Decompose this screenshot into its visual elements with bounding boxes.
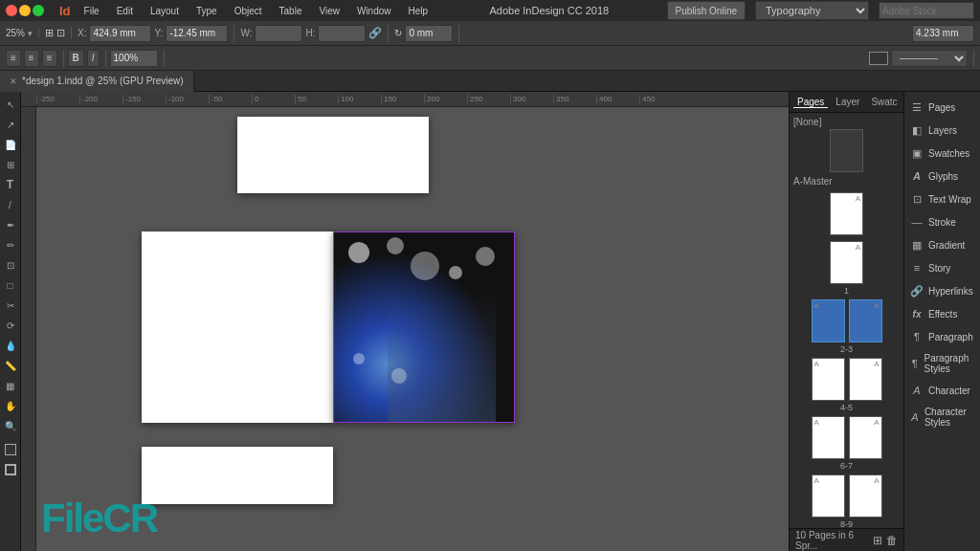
y-label: Y:	[154, 28, 163, 38]
panel-item-paragraph-styles[interactable]: ¶ Paragraph Styles	[904, 348, 980, 379]
page-thumb-5[interactable]: A	[849, 358, 882, 401]
panel-item-paragraph[interactable]: ¶ Paragraph	[904, 325, 980, 348]
page-thumb-2[interactable]: A	[812, 299, 845, 342]
panel-item-text-wrap[interactable]: ⊡ Text Wrap	[904, 187, 980, 210]
ruler-marks: -250 -200 -150 -100 -50 0 50 100 150 200…	[36, 95, 682, 103]
stroke-color-btn[interactable]	[2, 461, 19, 478]
menu-help[interactable]: Help	[405, 6, 433, 16]
eyedropper-tool[interactable]: 💧	[2, 337, 19, 354]
stroke-color[interactable]	[869, 52, 888, 65]
zoom-tool-btn[interactable]: 🔍	[2, 417, 19, 434]
pages-panel-content[interactable]: [None] A-Master A A 1	[790, 113, 903, 528]
size-input[interactable]	[912, 25, 974, 42]
tab-swatc[interactable]: Swatc	[867, 97, 901, 107]
zoom-dropdown-icon[interactable]: ▾	[28, 29, 33, 38]
menu-file[interactable]: File	[80, 6, 103, 16]
rect-frame-tool[interactable]: ⊡	[2, 256, 19, 274]
menu-view[interactable]: View	[315, 6, 344, 16]
page-thumb-row-2-3[interactable]: A A	[793, 299, 900, 342]
page-thumb-1[interactable]: A	[830, 241, 863, 284]
italic-btn[interactable]: I	[87, 50, 100, 67]
panel-item-character[interactable]: A Character	[904, 379, 980, 402]
delete-page-icon[interactable]: 🗑	[886, 534, 898, 547]
free-transform-tool[interactable]: ⟳	[2, 317, 19, 334]
panel-item-hyperlinks[interactable]: 🔗 Hyperlinks	[904, 279, 980, 302]
character-label: Character	[928, 386, 970, 396]
w-input[interactable]	[255, 25, 302, 42]
app-title: Adobe InDesign CC 2018	[489, 5, 609, 16]
menu-object[interactable]: Object	[231, 6, 266, 16]
gradient-icon: ▦	[910, 238, 924, 252]
page-thumb-3[interactable]: A	[849, 299, 882, 342]
line-tool[interactable]: /	[2, 196, 19, 213]
page-thumb-row-6-7[interactable]: A A	[793, 416, 900, 459]
page-label-6-7: 6-7	[793, 461, 900, 471]
tab-layer[interactable]: Layer	[832, 97, 863, 107]
x-input[interactable]: 424.9 mm	[89, 25, 151, 42]
stroke-group: ————	[869, 50, 974, 67]
close-icon[interactable]: ✕	[10, 77, 17, 86]
align-left-btn[interactable]: ≡	[6, 50, 21, 67]
stroke-style[interactable]: ————	[891, 50, 968, 67]
pen-tool[interactable]: ✒	[2, 216, 19, 233]
panel-item-swatches[interactable]: ▣ Swatches	[904, 142, 980, 165]
canvas-content[interactable]: FileCR	[36, 107, 789, 551]
panel-item-story[interactable]: ≡ Story	[904, 256, 980, 279]
pages-panel-header: Pages Layer Swatc ≫ ☰	[790, 92, 903, 113]
new-page-icon[interactable]: ⊞	[873, 534, 882, 547]
panel-item-character-styles[interactable]: A Character Styles	[904, 402, 980, 432]
page-thumb-7[interactable]: A	[849, 416, 882, 459]
zoom-percent-input[interactable]	[110, 50, 158, 67]
transform-icon-2[interactable]: ⊡	[56, 27, 65, 39]
menu-layout[interactable]: Layout	[146, 6, 183, 16]
fill-color[interactable]	[2, 441, 19, 458]
panel-item-pages[interactable]: ☰ Pages	[904, 96, 980, 119]
pencil-tool[interactable]: ✏	[2, 236, 19, 253]
panel-item-stroke[interactable]: — Stroke	[904, 210, 980, 233]
link-icon[interactable]: 🔗	[368, 27, 382, 39]
bold-btn[interactable]: B	[68, 50, 84, 67]
hand-tool[interactable]: ✋	[2, 397, 19, 414]
angle-group: ↻	[394, 25, 459, 42]
panel-item-glyphs[interactable]: A Glyphs	[904, 165, 980, 187]
typography-dropdown[interactable]: Typography Essentials Digital Publishing	[755, 1, 869, 20]
h-input[interactable]	[318, 25, 366, 42]
transform-icon-1[interactable]: ⊞	[45, 27, 54, 39]
page-thumb-row-8-9[interactable]: A A	[793, 474, 900, 518]
ruler-mark: 300	[510, 95, 553, 103]
selection-tool[interactable]: ↖	[2, 96, 19, 113]
panel-item-layers[interactable]: ◧ Layers	[904, 119, 980, 142]
zoom-percent-group	[110, 50, 165, 67]
toolbar-secondary: ≡ ≡ ≡ B I ————	[0, 46, 980, 71]
character-styles-label: Character Styles	[924, 407, 974, 428]
scissors-tool[interactable]: ✂	[2, 297, 19, 314]
angle-input[interactable]	[405, 25, 453, 42]
menu-window[interactable]: Window	[353, 6, 395, 16]
menu-table[interactable]: Table	[276, 6, 306, 16]
page-thumb-6[interactable]: A	[812, 416, 845, 459]
page-thumb-4[interactable]: A	[812, 358, 845, 401]
y-input[interactable]: -12.45 mm	[166, 25, 228, 42]
stock-search[interactable]	[879, 2, 974, 19]
page-thumb-row-1[interactable]: A	[793, 241, 900, 284]
panel-item-effects[interactable]: fx Effects	[904, 302, 980, 325]
menu-edit[interactable]: Edit	[113, 6, 137, 16]
measure-tool[interactable]: 📏	[2, 357, 19, 374]
align-center-btn[interactable]: ≡	[24, 50, 39, 67]
align-right-btn[interactable]: ≡	[42, 50, 57, 67]
page-thumb-8[interactable]: A	[812, 474, 845, 518]
page-tool[interactable]: 📄	[2, 136, 19, 153]
doc-tab[interactable]: ✕ *design 1.indd @ 25% (GPU Preview)	[0, 71, 194, 92]
page-thumb-row-4-5[interactable]: A A	[793, 358, 900, 401]
page-thumb-9[interactable]: A	[849, 474, 882, 518]
panel-item-gradient[interactable]: ▦ Gradient	[904, 233, 980, 256]
rect-tool[interactable]: □	[2, 276, 19, 294]
menu-type[interactable]: Type	[192, 6, 221, 16]
ruler-mark: 450	[639, 95, 682, 103]
gradient-tool[interactable]: ▦	[2, 377, 19, 394]
tab-pages[interactable]: Pages	[793, 97, 828, 108]
publish-online-button[interactable]: Publish Online	[667, 1, 746, 20]
gap-tool[interactable]: ⊞	[2, 156, 19, 173]
type-tool[interactable]: T	[2, 176, 19, 193]
direct-selection-tool[interactable]: ↗	[2, 116, 19, 133]
